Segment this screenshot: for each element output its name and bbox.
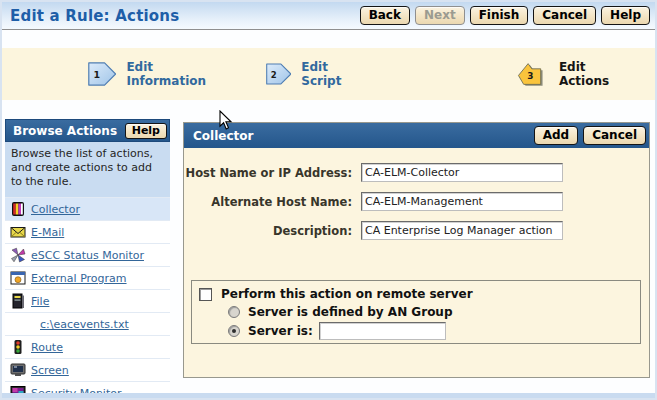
remote-server-groupbox: Perform this action on remote server Ser… (191, 280, 641, 344)
step-1-arrow-icon: 1 (88, 58, 116, 90)
file-icon (10, 293, 26, 309)
external-program-icon (10, 270, 26, 286)
route-icon (10, 339, 26, 355)
list-item-collector[interactable]: Collector (5, 198, 170, 221)
alternate-host-name-label: Alternate Host Name: (184, 195, 352, 209)
edit-rule-actions-window: Edit a Rule: Actions Back Next Finish Ca… (0, 0, 657, 400)
form-row: Description: (184, 221, 649, 240)
wizard-steps-strip: 1 Edit Information 2 Edit Script 3 Edit … (2, 48, 655, 100)
top-title-bar: Edit a Rule: Actions Back Next Finish Ca… (2, 2, 655, 30)
svg-text:1: 1 (93, 69, 100, 80)
server-is-radio-row[interactable]: Server is: (228, 322, 640, 340)
remote-server-checkbox[interactable] (199, 288, 212, 301)
page-title: Edit a Rule: Actions (2, 7, 179, 25)
alternate-host-name-input[interactable] (361, 192, 563, 211)
step-edit-information[interactable]: 1 Edit Information (88, 58, 214, 90)
email-icon (10, 224, 26, 240)
wizard-nav-buttons: Back Next Finish Cancel Help (360, 6, 655, 25)
list-item-label: Route (31, 341, 63, 354)
browse-actions-sidebar: Browse Actions Help Browse the list of a… (5, 119, 170, 398)
server-is-label: Server is: (248, 324, 313, 338)
list-item-label: File (31, 295, 49, 308)
step-3-arrow-icon: 3 (517, 56, 545, 92)
server-name-input[interactable] (319, 322, 446, 340)
form-row: Alternate Host Name: (184, 192, 649, 211)
next-button: Next (415, 6, 465, 25)
collector-panel: Collector Add Cancel Host Name or IP Add… (183, 122, 650, 378)
list-item-eacevents-file[interactable]: c:\eacevents.txt (5, 313, 170, 336)
collector-panel-header: Collector Add Cancel (184, 123, 649, 148)
panel-cancel-button[interactable]: Cancel (583, 126, 646, 145)
actions-list: Collector E-Mail eSCC Status Monitor (5, 197, 170, 400)
collector-panel-buttons: Add Cancel (534, 126, 646, 145)
bottom-frame-strip (2, 393, 655, 398)
step-1-label: Edit Information (126, 60, 213, 88)
list-item-label: Screen (31, 364, 69, 377)
sidebar-header: Browse Actions Help (5, 119, 170, 142)
list-item-escc-status-monitor[interactable]: eSCC Status Monitor (5, 244, 170, 267)
status-monitor-icon (10, 247, 26, 263)
server-an-group-label: Server is defined by AN Group (248, 305, 453, 319)
collector-icon (10, 201, 26, 217)
help-button[interactable]: Help (601, 6, 650, 25)
add-button[interactable]: Add (534, 126, 578, 145)
step-2-label: Edit Script (301, 60, 351, 88)
collector-panel-title: Collector (193, 129, 253, 143)
svg-text:2: 2 (270, 70, 276, 80)
host-name-label: Host Name or IP Address: (184, 166, 352, 180)
list-item-label: E-Mail (31, 226, 64, 239)
remote-server-checkbox-row[interactable]: Perform this action on remote server (199, 287, 640, 301)
svg-text:3: 3 (527, 71, 533, 81)
finish-button[interactable]: Finish (470, 6, 529, 25)
remote-server-checkbox-label: Perform this action on remote server (221, 287, 473, 301)
sidebar-title: Browse Actions (6, 124, 117, 138)
step-edit-script[interactable]: 2 Edit Script (266, 58, 352, 90)
collector-form: Host Name or IP Address: Alternate Host … (184, 148, 649, 240)
step-2-arrow-icon: 2 (266, 58, 292, 90)
list-item-label: eSCC Status Monitor (31, 249, 144, 262)
list-item-external-program[interactable]: External Program (5, 267, 170, 290)
server-is-radio[interactable] (228, 325, 240, 337)
server-an-group-radio[interactable] (228, 306, 240, 318)
sidebar-help-button[interactable]: Help (125, 123, 167, 139)
list-item-label: c:\eacevents.txt (40, 318, 129, 331)
list-item-route[interactable]: Route (5, 336, 170, 359)
list-item-email[interactable]: E-Mail (5, 221, 170, 244)
cancel-button[interactable]: Cancel (533, 6, 596, 25)
host-name-input[interactable] (361, 163, 563, 182)
step-3-label: Edit Actions (559, 60, 619, 88)
sidebar-description: Browse the list of actions, and create a… (5, 142, 170, 197)
server-an-group-radio-row[interactable]: Server is defined by AN Group (228, 305, 640, 319)
list-item-file[interactable]: File (5, 290, 170, 313)
list-item-label: External Program (31, 272, 127, 285)
form-row: Host Name or IP Address: (184, 163, 649, 182)
back-button[interactable]: Back (360, 6, 410, 25)
screen-icon (10, 362, 26, 378)
list-item-screen[interactable]: Screen (5, 359, 170, 382)
step-edit-actions-current[interactable]: 3 Edit Actions (517, 56, 619, 92)
list-item-label: Collector (31, 203, 80, 216)
description-label: Description: (184, 224, 352, 238)
description-input[interactable] (361, 221, 563, 240)
